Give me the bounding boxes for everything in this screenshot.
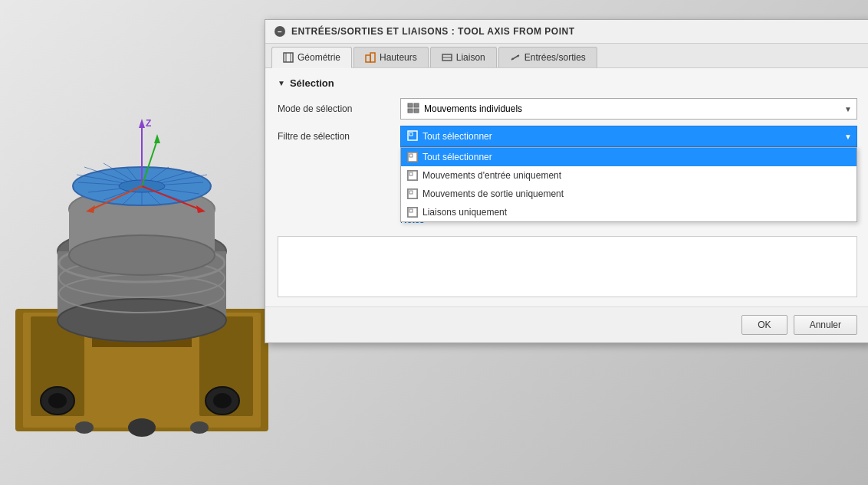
tab-geometrie[interactable]: Géométrie bbox=[271, 47, 352, 68]
section-title: Sélection bbox=[290, 77, 334, 89]
filtre-selection-row: Filtre de sélection Tout sélectionner ▼ bbox=[278, 126, 857, 147]
svg-rect-51 bbox=[366, 55, 370, 62]
tab-liaison-label: Liaison bbox=[456, 52, 485, 63]
filtre-selection-control: Tout sélectionner ▼ Tout sélectionner bbox=[400, 126, 857, 147]
dropdown-item-sortie-icon bbox=[407, 188, 418, 199]
tab-entrees-sorties-label: Entrées/sorties bbox=[524, 52, 586, 63]
mode-selection-control: Mouvements individuels ▼ bbox=[400, 98, 857, 120]
selection-content-area[interactable] bbox=[278, 236, 857, 297]
tab-entrees-sorties[interactable]: Entrées/sorties bbox=[498, 47, 597, 67]
mode-selection-arrow: ▼ bbox=[844, 105, 852, 113]
svg-rect-52 bbox=[370, 53, 375, 62]
tab-hauteurs[interactable]: Hauteurs bbox=[353, 47, 429, 67]
svg-rect-58 bbox=[408, 103, 413, 107]
svg-point-20 bbox=[69, 235, 215, 275]
filtre-dropdown-menu: Tout sélectionner Mouvements d'entrée un… bbox=[400, 147, 857, 222]
svg-rect-63 bbox=[409, 133, 413, 136]
geometrie-icon bbox=[283, 52, 294, 63]
dialog-title: ENTRÉES/SORTIES ET LIAISONS : TOOL AXIS … bbox=[291, 26, 574, 37]
entrees-sorties-icon bbox=[510, 52, 521, 63]
svg-rect-67 bbox=[409, 172, 413, 175]
dropdown-item-liaisons-label: Liaisons uniquement bbox=[422, 207, 507, 218]
liaison-icon bbox=[442, 52, 452, 63]
section-arrow[interactable]: ▼ bbox=[278, 79, 285, 87]
svg-marker-40 bbox=[139, 119, 145, 128]
mode-selection-label: Mode de sélection bbox=[278, 103, 400, 114]
dropdown-item-sortie[interactable]: Mouvements de sortie uniquement bbox=[401, 185, 856, 203]
svg-rect-65 bbox=[409, 154, 413, 157]
tab-liaison[interactable]: Liaison bbox=[430, 47, 497, 67]
filtre-selection-dropdown[interactable]: Tout sélectionner ▼ bbox=[400, 126, 857, 147]
dialog-body: ▼ Sélection Mode de sélection Mou bbox=[265, 68, 868, 306]
dialog-footer: OK Annuler bbox=[265, 306, 868, 342]
dropdown-item-liaisons[interactable]: Liaisons uniquement bbox=[401, 203, 856, 221]
dropdown-item-entree[interactable]: Mouvements d'entrée uniquement bbox=[401, 166, 856, 185]
svg-rect-48 bbox=[284, 53, 293, 62]
svg-rect-71 bbox=[409, 209, 413, 212]
dropdown-item-tout[interactable]: Tout sélectionner bbox=[401, 148, 856, 166]
dropdown-item-tout-icon bbox=[407, 152, 418, 162]
dropdown-item-entree-label: Mouvements d'entrée uniquement bbox=[422, 170, 561, 181]
svg-point-11 bbox=[190, 421, 209, 434]
svg-point-14 bbox=[58, 299, 226, 342]
dropdown-item-liaisons-icon bbox=[407, 207, 418, 218]
svg-rect-59 bbox=[414, 103, 419, 107]
section-header: ▼ Sélection bbox=[278, 77, 857, 89]
tab-bar: Géométrie Hauteurs Liaison bbox=[265, 44, 868, 68]
filtre-selection-arrow: ▼ bbox=[844, 133, 852, 141]
filtre-selection-dropdown-icon bbox=[407, 130, 418, 143]
dropdown-item-entree-icon bbox=[407, 170, 418, 181]
mode-selection-dropdown[interactable]: Mouvements individuels ▼ bbox=[400, 98, 857, 120]
dialog-minimize-icon[interactable]: − bbox=[275, 26, 285, 37]
cancel-button[interactable]: Annuler bbox=[794, 315, 857, 335]
svg-text:Z: Z bbox=[146, 118, 151, 129]
machine-3d-view: Z bbox=[15, 110, 276, 439]
svg-point-8 bbox=[213, 393, 232, 408]
filtre-selection-label: Filtre de sélection bbox=[278, 131, 400, 142]
svg-point-10 bbox=[75, 421, 94, 434]
svg-rect-61 bbox=[414, 109, 419, 113]
mode-selection-dropdown-icon bbox=[407, 103, 419, 116]
mode-selection-row: Mode de sélection Mouvements individuels… bbox=[278, 98, 857, 120]
svg-point-6 bbox=[48, 393, 67, 408]
svg-rect-69 bbox=[409, 191, 413, 194]
svg-marker-43 bbox=[154, 134, 160, 143]
dropdown-item-sortie-label: Mouvements de sortie uniquement bbox=[422, 188, 564, 199]
tab-hauteurs-label: Hauteurs bbox=[380, 52, 417, 63]
tab-geometrie-label: Géométrie bbox=[298, 52, 340, 63]
mode-selection-value: Mouvements individuels bbox=[424, 103, 522, 114]
dialog-titlebar: − ENTRÉES/SORTIES ET LIAISONS : TOOL AXI… bbox=[265, 20, 868, 44]
svg-rect-60 bbox=[408, 109, 413, 113]
dropdown-item-tout-label: Tout sélectionner bbox=[422, 152, 492, 162]
filtre-selection-value: Tout sélectionner bbox=[422, 131, 492, 142]
dialog: − ENTRÉES/SORTIES ET LIAISONS : TOOL AXI… bbox=[265, 19, 868, 343]
hauteurs-icon bbox=[365, 52, 376, 63]
ok-button[interactable]: OK bbox=[741, 315, 787, 335]
svg-point-9 bbox=[128, 418, 156, 437]
